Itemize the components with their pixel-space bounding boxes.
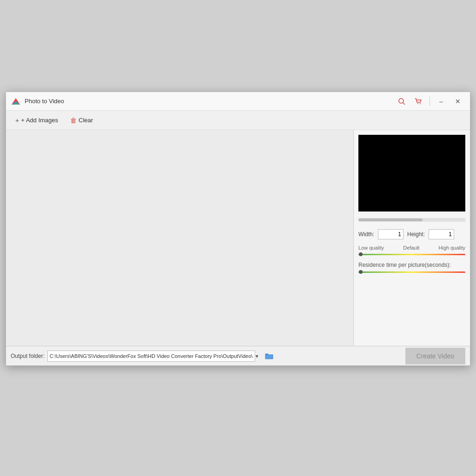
- image-panel: [6, 130, 354, 346]
- create-video-button[interactable]: Create Video: [405, 348, 465, 364]
- residence-label: Residence time per picture(seconds):: [358, 262, 465, 268]
- main-content: Width: Height: Low quality Default High …: [6, 130, 470, 346]
- preview-scrollbar-thumb: [358, 218, 423, 221]
- svg-line-4: [403, 103, 405, 105]
- minimize-button[interactable]: –: [434, 94, 449, 109]
- add-images-label: + Add Images: [21, 117, 58, 124]
- select-arrow-icon: ▼: [255, 353, 259, 358]
- quality-section: Low quality Default High quality: [358, 245, 465, 256]
- high-quality-label: High quality: [439, 245, 465, 251]
- window-title: Photo to Video: [25, 98, 394, 105]
- width-label: Width:: [358, 231, 374, 238]
- residence-track[interactable]: [358, 270, 465, 274]
- clear-label: Clear: [79, 117, 93, 124]
- output-path-container: C:\Users\ABING'S\Videos\WonderFox Soft\H…: [47, 350, 275, 362]
- cart-icon[interactable]: [411, 94, 426, 109]
- close-button[interactable]: ✕: [450, 94, 465, 109]
- height-input[interactable]: [429, 229, 454, 239]
- height-label: Height:: [407, 231, 425, 238]
- quality-thumb[interactable]: [359, 252, 363, 256]
- low-quality-label: Low quality: [358, 245, 384, 251]
- titlebar-separator: [430, 97, 430, 106]
- bottom-bar: Output folder: C:\Users\ABING'S\Videos\W…: [6, 346, 470, 365]
- browse-folder-button[interactable]: [263, 350, 275, 362]
- app-window: Photo to Video – ✕: [6, 92, 470, 366]
- svg-point-6: [420, 103, 421, 104]
- default-quality-label: Default: [403, 245, 419, 251]
- svg-point-3: [399, 99, 403, 103]
- quality-track[interactable]: [358, 252, 465, 256]
- residence-section: Residence time per picture(seconds):: [358, 262, 465, 274]
- preview-scrollbar[interactable]: [358, 218, 465, 222]
- add-images-button[interactable]: + + Add Images: [11, 114, 63, 126]
- clear-button[interactable]: 🗑 Clear: [66, 114, 98, 126]
- output-path-select[interactable]: C:\Users\ABING'S\Videos\WonderFox Soft\H…: [47, 350, 255, 362]
- titlebar-controls: – ✕: [394, 94, 465, 109]
- add-icon: +: [15, 117, 19, 124]
- svg-point-5: [417, 103, 418, 104]
- output-path-wrapper: C:\Users\ABING'S\Videos\WonderFox Soft\H…: [47, 350, 261, 362]
- quality-track-background: [358, 254, 465, 255]
- output-folder-label: Output folder:: [11, 353, 45, 359]
- search-icon[interactable]: [394, 94, 409, 109]
- width-input[interactable]: [378, 229, 403, 239]
- title-bar: Photo to Video – ✕: [6, 92, 470, 111]
- trash-icon: 🗑: [70, 117, 77, 124]
- quality-labels: Low quality Default High quality: [358, 245, 465, 251]
- residence-track-background: [358, 271, 465, 273]
- video-preview: [358, 135, 465, 212]
- toolbar: + + Add Images 🗑 Clear: [6, 111, 470, 130]
- app-logo: [11, 96, 21, 106]
- settings-panel: Width: Height: Low quality Default High …: [354, 130, 470, 346]
- dimensions-row: Width: Height:: [358, 229, 465, 239]
- residence-thumb[interactable]: [359, 270, 363, 274]
